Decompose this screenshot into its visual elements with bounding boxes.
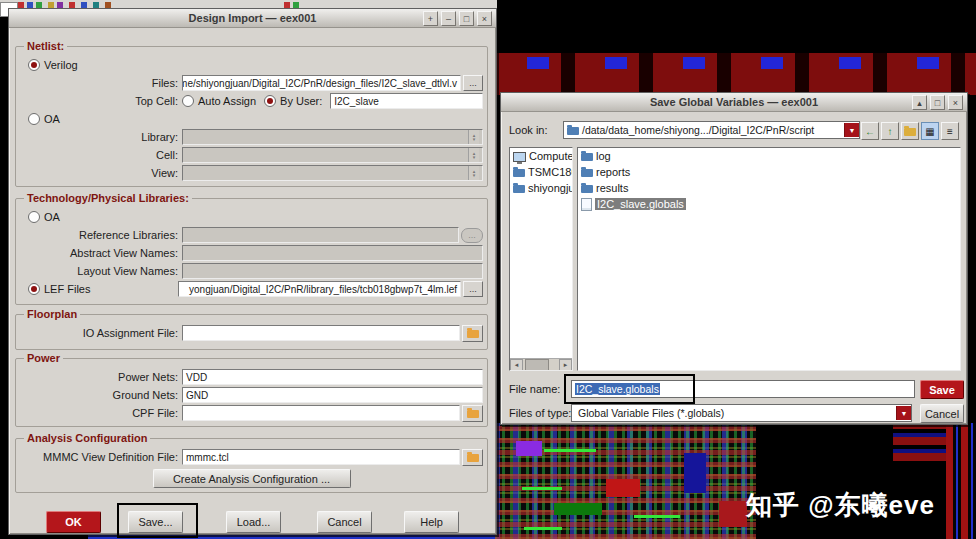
floorplan-section-label: Floorplan: [24, 308, 80, 320]
cpf-file-label: CPF File:: [20, 407, 182, 419]
analysis-group: Analysis Configuration MMMC View Definit…: [15, 438, 488, 493]
io-assignment-label: IO Assignment File:: [20, 327, 182, 339]
dialog-title: Save Global Variables — eex001: [650, 96, 818, 108]
file-item-results[interactable]: results: [578, 180, 960, 196]
lef-files-browse-button[interactable]: ...: [463, 281, 483, 297]
files-row: Files: me/shiyongjuan/Digital_I2C/PnR/de…: [20, 75, 483, 91]
files-of-type-combo[interactable]: Global Variable Files (*.globals) ▼: [571, 404, 912, 422]
pin-icon[interactable]: +: [423, 11, 438, 26]
mmmc-input[interactable]: mmmc.tcl: [182, 449, 460, 465]
close-icon[interactable]: ×: [477, 11, 492, 26]
tech-oa-radio[interactable]: [28, 211, 40, 223]
minimize-icon[interactable]: –: [441, 11, 456, 26]
mmmc-browse-button[interactable]: [462, 449, 483, 466]
io-assignment-input[interactable]: [182, 325, 460, 341]
place-item-shiyongjuan[interactable]: shiyongju: [510, 180, 572, 196]
scroll-left-icon[interactable]: ◂: [510, 359, 523, 371]
file-list-pane: log reports results I2C_slave.globals: [577, 147, 961, 371]
folder-icon: [904, 128, 916, 136]
maximize-icon[interactable]: □: [459, 11, 474, 26]
view-combo: ▴▾: [182, 165, 483, 181]
netlist-section-label: Netlist:: [24, 40, 67, 52]
reference-libraries-input: [182, 227, 459, 243]
look-in-label: Look in:: [509, 124, 563, 136]
by-user-radio[interactable]: [264, 95, 276, 107]
abstract-view-label: Abstract View Names:: [20, 247, 182, 259]
lef-files-row: LEF Files yongjuan/Digital_I2C/PnR/libra…: [20, 281, 483, 297]
file-item-reports[interactable]: reports: [578, 164, 960, 180]
new-folder-icon[interactable]: [901, 122, 919, 140]
dialog-title: Design Import — eex001: [189, 12, 317, 24]
place-label: shiyongju: [528, 182, 573, 194]
folder-icon: [513, 185, 525, 193]
ground-nets-value: GND: [186, 390, 208, 401]
chip-layout-band: [497, 53, 976, 95]
netlist-group: Netlist: Verilog Files: me/shiyongjuan/D…: [15, 46, 488, 187]
place-item-tsmc180[interactable]: TSMC180: [510, 164, 572, 180]
close-icon[interactable]: ×: [948, 95, 963, 110]
chevron-down-icon[interactable]: ▼: [844, 123, 859, 137]
cell-label: Cell:: [20, 149, 182, 161]
floorplan-group: Floorplan IO Assignment File:: [15, 314, 488, 350]
cpf-file-input[interactable]: [182, 405, 460, 421]
look-in-combo[interactable]: /data/data_home/shiyong.../Digital_I2C/P…: [563, 121, 860, 139]
save-button[interactable]: Save...: [128, 511, 183, 533]
folder-icon: [467, 410, 479, 418]
place-label: Computer: [529, 150, 573, 162]
back-icon[interactable]: ←: [861, 122, 879, 140]
selected-file-label: I2C_slave.globals: [595, 198, 686, 210]
files-browse-button[interactable]: ...: [463, 75, 483, 91]
layout-block: [516, 441, 542, 456]
top-cell-input[interactable]: I2C_slave: [330, 93, 483, 109]
ok-button[interactable]: OK: [46, 511, 101, 533]
place-label: TSMC180: [528, 166, 573, 178]
verilog-radio[interactable]: [28, 59, 40, 71]
oa-radio-label: OA: [44, 113, 60, 125]
file-item-selected[interactable]: I2C_slave.globals: [578, 196, 960, 212]
load-button[interactable]: Load...: [226, 511, 281, 533]
auto-assign-label: Auto Assign: [198, 95, 256, 107]
maximize-icon[interactable]: □: [930, 95, 945, 110]
files-value: me/shiyongjuan/Digital_I2C/PnR/design_fi…: [182, 78, 457, 89]
power-section-label: Power: [24, 352, 63, 364]
list-view-icon[interactable]: ≡: [941, 122, 959, 140]
save-button[interactable]: Save: [920, 380, 964, 399]
window-controls: ▴ □ ×: [912, 95, 963, 110]
view-label: View:: [20, 167, 182, 179]
shade-icon[interactable]: ▴: [912, 95, 927, 110]
spinner-icon: ▴▾: [468, 130, 479, 144]
window-controls: + – □ ×: [423, 11, 492, 26]
horizontal-scrollbar[interactable]: ◂ ▸: [510, 358, 572, 370]
cpf-file-browse-button[interactable]: [462, 405, 483, 422]
auto-assign-radio[interactable]: [182, 95, 194, 107]
files-input[interactable]: me/shiyongjuan/Digital_I2C/PnR/design_fi…: [182, 75, 461, 91]
grid-view-icon[interactable]: ▦: [921, 122, 939, 140]
up-directory-icon[interactable]: ↑: [881, 122, 899, 140]
power-nets-input[interactable]: VDD: [182, 369, 483, 385]
lef-files-radio-label: LEF Files: [44, 283, 90, 295]
folder-icon: [581, 185, 593, 193]
abstract-view-row: Abstract View Names:: [20, 245, 483, 261]
folder-icon: [467, 330, 479, 338]
abstract-view-input: [182, 245, 483, 261]
scrollbar-thumb[interactable]: [525, 359, 549, 371]
save-dialog-titlebar[interactable]: Save Global Variables — eex001 ▴ □ ×: [501, 93, 967, 112]
net-label: [524, 527, 562, 530]
create-analysis-config-button[interactable]: Create Analysis Configuration ...: [153, 469, 351, 488]
file-item-log[interactable]: log: [578, 148, 960, 164]
chevron-down-icon[interactable]: ▼: [896, 406, 911, 420]
verilog-radio-label: Verilog: [44, 59, 78, 71]
place-item-computer[interactable]: Computer: [510, 148, 572, 164]
cancel-button[interactable]: Cancel: [920, 404, 964, 423]
design-import-titlebar[interactable]: Design Import — eex001 + – □ ×: [9, 9, 496, 28]
lef-files-radio[interactable]: [28, 283, 40, 295]
oa-radio[interactable]: [28, 113, 40, 125]
lef-files-input[interactable]: yongjuan/Digital_I2C/PnR/library_files/t…: [178, 281, 461, 297]
ground-nets-input[interactable]: GND: [182, 387, 483, 403]
help-button[interactable]: Help: [404, 511, 459, 533]
file-name-input[interactable]: I2C_slave.globals: [571, 380, 915, 398]
scrollbar-track[interactable]: [523, 359, 559, 370]
scroll-right-icon[interactable]: ▸: [559, 359, 572, 371]
io-assignment-browse-button[interactable]: [462, 325, 483, 342]
cancel-button[interactable]: Cancel: [317, 511, 372, 533]
